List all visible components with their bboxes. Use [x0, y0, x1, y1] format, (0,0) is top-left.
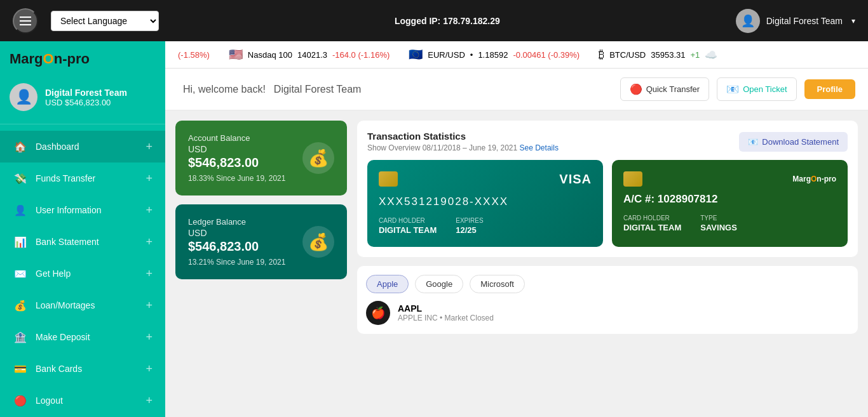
sidebar-item-dashboard[interactable]: 🏠 Dashboard +	[0, 131, 165, 162]
language-select[interactable]: Select Language	[51, 11, 159, 31]
ledger-balance-card: Ledger Balance USD $546,823.00 13.21% Si…	[175, 204, 347, 279]
nasdaq-change: -164.0 (-1.16%)	[332, 50, 390, 60]
sidebar-item-user-information[interactable]: 👤 User Information +	[0, 194, 165, 226]
sidebar-plus-loan-mortages: +	[146, 299, 153, 312]
sidebar-item-bank-statement[interactable]: 📊 Bank Statement +	[0, 226, 165, 258]
dashboard-icon: 🏠	[13, 139, 28, 154]
sidebar-item-make-deposit[interactable]: 🏦 Make Deposit +	[0, 321, 165, 353]
ledger-balance-icon: 💰	[302, 226, 334, 258]
sidebar-item-bank-cards[interactable]: 💳 Bank Cards +	[0, 353, 165, 385]
visa-card-holder-label: CARD HOLDER	[379, 217, 437, 224]
stock-tabs-nav: Apple Google Microsoft	[366, 275, 849, 293]
visa-expires-field: EXPIRES 12/25	[456, 217, 483, 235]
top-nav-avatar: 👤	[736, 9, 760, 33]
account-card-holder-field: CARD HOLDER DIGITAL TEAM	[623, 215, 681, 233]
profile-button[interactable]: Profile	[804, 79, 855, 99]
open-ticket-button[interactable]: 📧 Open Ticket	[717, 77, 796, 101]
visa-card-top: VISA	[379, 171, 592, 187]
eurusd-separator: •	[470, 50, 473, 60]
account-balance-label: Account Balance	[188, 133, 285, 143]
ticker-bar: (-1.58%) 🇺🇸 Nasdaq 100 14021.3 -164.0 (-…	[165, 41, 868, 69]
logo-text: MargOn-pro	[10, 51, 90, 67]
account-balance-icon: 💰	[302, 142, 334, 174]
sidebar-label-logout: Logout	[36, 395, 63, 406]
eurusd-change: -0.00461 (-0.39%)	[513, 50, 580, 60]
btcusd-change: +1	[690, 50, 700, 60]
ledger-balance-info: Ledger Balance USD $546,823.00 13.21% Si…	[188, 217, 285, 267]
account-number: A/C #: 1028907812	[623, 193, 836, 206]
ticker-nasdaq: 🇺🇸 Nasdaq 100 14021.3 -164.0 (-1.16%)	[229, 48, 390, 62]
tab-google[interactable]: Google	[415, 275, 463, 293]
account-balance-info: Account Balance USD $546,823.00 18.33% S…	[188, 133, 285, 183]
sidebar-label-get-help: Get Help	[36, 268, 71, 279]
eurusd-price: 1.18592	[478, 50, 508, 60]
btcusd-price: 35953.31	[651, 50, 685, 60]
quick-transfer-icon: 🔴	[630, 83, 642, 95]
account-balance-since: 18.33% Since June 19, 2021	[188, 174, 285, 183]
see-details-link[interactable]: See Details	[520, 143, 559, 152]
visa-card-holder-field: CARD HOLDER DIGITAL TEAM	[379, 217, 437, 235]
download-statement-button[interactable]: 📧 Download Statement	[739, 132, 848, 152]
aapl-description: APPLE INC • Market Closed	[398, 314, 494, 322]
tab-apple[interactable]: Apple	[366, 275, 409, 293]
sidebar-user-details: Digital Forest Team USD $546,823.00	[45, 88, 127, 107]
account-type-value: SAVINGS	[700, 223, 737, 232]
eurusd-flag-icon: 🇪🇺	[409, 48, 423, 62]
sidebar: MargOn-pro 👤 Digital Forest Team USD $54…	[0, 41, 165, 417]
sidebar-label-make-deposit: Make Deposit	[36, 332, 90, 342]
user-nav-menu[interactable]: 👤 Digital Forest Team ▾	[736, 9, 855, 33]
tab-microsoft[interactable]: Microsoft	[470, 275, 525, 293]
welcome-header: Hi, welcome back! Digital Forest Team 🔴 …	[165, 69, 868, 110]
sidebar-label-funds-transfer: Funds Transfer	[36, 173, 95, 183]
loan-mortages-icon: 💰	[13, 298, 28, 313]
welcome-text: Hi, welcome back! Digital Forest Team	[178, 83, 361, 96]
sidebar-balance: USD $546,823.00	[45, 98, 127, 107]
quick-transfer-button[interactable]: 🔴 Quick Transfer	[620, 77, 710, 101]
stats-subtitle: Show Overview 08/11/2018 – June 19, 2021…	[367, 143, 559, 152]
sidebar-item-funds-transfer[interactable]: 💸 Funds Transfer +	[0, 162, 165, 194]
sidebar-navigation: 🏠 Dashboard + 💸 Funds Transfer + 👤 User …	[0, 124, 165, 417]
content-grid: Account Balance USD $546,823.00 18.33% S…	[165, 110, 868, 417]
visa-card-holder-value: DIGITAL TEAM	[379, 225, 437, 235]
sidebar-item-get-help[interactable]: ✉️ Get Help +	[0, 258, 165, 289]
account-card-holder-value: DIGITAL TEAM	[623, 223, 681, 232]
visa-expires-value: 12/25	[456, 225, 477, 235]
sidebar-plus-dashboard: +	[146, 140, 153, 154]
logged-ip-display: Logged IP: 178.79.182.29	[172, 16, 723, 26]
hamburger-button[interactable]	[13, 8, 38, 34]
account-balance-amount: $546,823.00	[188, 156, 285, 170]
account-type-label: TYPE	[700, 215, 737, 222]
ledger-balance-since: 13.21% Since June 19, 2021	[188, 258, 285, 267]
aapl-info: AAPL APPLE INC • Market Closed	[398, 303, 494, 322]
account-card-top: MargOn-pro	[623, 171, 836, 187]
sidebar-plus-user-information: +	[146, 204, 153, 217]
stats-header: Transaction Statistics Show Overview 08/…	[367, 131, 848, 152]
transaction-statistics-panel: Transaction Statistics Show Overview 08/…	[357, 121, 858, 257]
bank-statement-icon: 📊	[13, 234, 28, 249]
account-card: MargOn-pro A/C #: 1028907812 CARD HOLDER…	[612, 160, 848, 247]
bank-cards-icon: 💳	[13, 361, 28, 376]
top-navigation: Select Language Logged IP: 178.79.182.29…	[0, 0, 868, 41]
aapl-symbol: AAPL	[398, 303, 494, 314]
right-section: Transaction Statistics Show Overview 08/…	[357, 121, 858, 407]
visa-brand-label: VISA	[559, 172, 592, 187]
sidebar-item-loan-mortages[interactable]: 💰 Loan/Mortages +	[0, 289, 165, 321]
sidebar-avatar: 👤	[10, 83, 37, 111]
visa-card-chip	[379, 171, 398, 187]
chevron-down-icon: ▾	[851, 17, 855, 25]
user-information-icon: 👤	[13, 202, 28, 218]
ledger-balance-amount: $546,823.00	[188, 239, 285, 254]
eurusd-name: EUR/USD	[428, 50, 465, 60]
sidebar-item-logout[interactable]: 🔴 Logout +	[0, 385, 165, 416]
ledger-balance-label: Ledger Balance	[188, 217, 285, 227]
payment-cards-row: VISA XXX531219028-XXXX CARD HOLDER DIGIT…	[367, 160, 848, 247]
nasdaq-flag-icon: 🇺🇸	[229, 48, 243, 62]
stock-item-aapl: 🍎 AAPL APPLE INC • Market Closed	[366, 301, 849, 325]
sidebar-plus-logout: +	[146, 394, 153, 407]
ticker-change-pct: (-1.58%)	[178, 50, 210, 60]
logout-icon: 🔴	[13, 393, 28, 408]
btc-icon: ₿	[599, 48, 604, 62]
get-help-icon: ✉️	[13, 266, 28, 281]
account-balance-currency: USD	[188, 144, 285, 154]
account-type-field: TYPE SAVINGS	[700, 215, 737, 233]
